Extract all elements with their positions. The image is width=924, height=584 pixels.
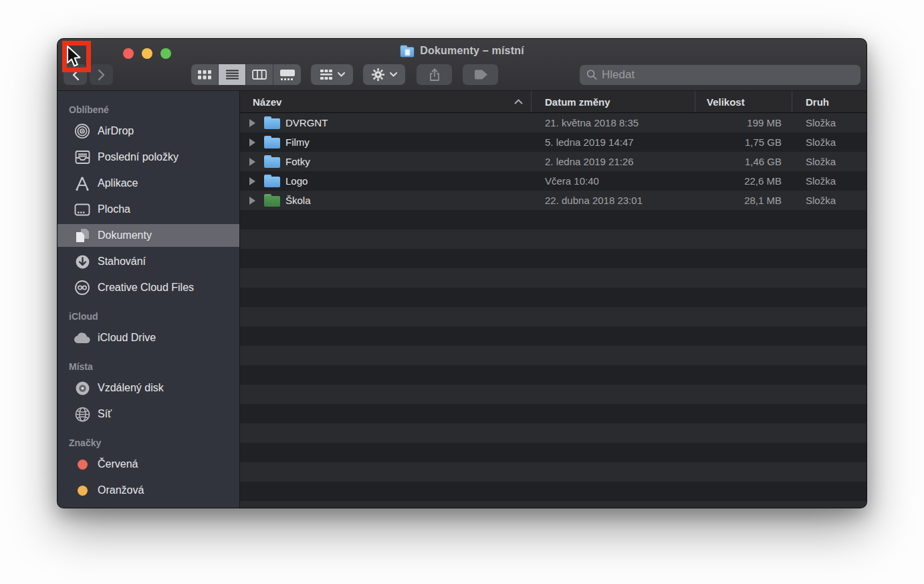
file-date: 2. ledna 2019 21:26: [532, 156, 695, 167]
file-size: 199 MB: [695, 117, 792, 128]
finder-window: Dokumenty – místní: [57, 38, 867, 508]
file-row[interactable]: Škola 22. dubna 2018 23:01 28,1 MB Složk…: [240, 191, 867, 210]
group-by-button[interactable]: [311, 64, 353, 85]
list-view-icon: [226, 70, 239, 80]
disclosure-triangle-icon[interactable]: [249, 119, 255, 127]
column-header-name[interactable]: Název: [240, 91, 532, 112]
sidebar-item-desktop[interactable]: Plocha: [57, 198, 239, 221]
file-kind: Složka: [792, 195, 867, 206]
sidebar-item-label: Oranžová: [98, 484, 144, 496]
file-rows: DVRGNT 21. května 2018 8:35 199 MB Složk…: [240, 113, 867, 508]
sidebar-item-label: Dokumenty: [98, 229, 152, 241]
remote-disk-icon: [74, 379, 91, 397]
share-button[interactable]: [417, 64, 452, 85]
file-name: DVRGNT: [285, 117, 328, 128]
sidebar-item-label: Plocha: [98, 203, 130, 215]
column-header-date[interactable]: Datum změny: [532, 91, 695, 112]
orange-tag-icon: [74, 482, 91, 499]
sidebar-item-tag-orange[interactable]: Oranžová: [57, 479, 239, 502]
close-button[interactable]: [123, 48, 134, 59]
sidebar-item-downloads[interactable]: Stahování: [57, 250, 239, 273]
file-date: 21. května 2018 8:35: [532, 117, 695, 128]
file-size: 28,1 MB: [695, 195, 792, 206]
sidebar-item-network[interactable]: Síť: [57, 403, 239, 425]
gallery-view-icon: [279, 70, 296, 80]
empty-list-stripes[interactable]: [240, 210, 867, 508]
applications-icon: [74, 175, 91, 192]
section-title: iCloud: [57, 306, 239, 326]
column-header-size[interactable]: Velikost: [695, 91, 792, 112]
file-size: 22,6 MB: [695, 175, 792, 187]
file-kind: Složka: [792, 175, 867, 187]
file-row[interactable]: Fotky 2. ledna 2019 21:26 1,46 GB Složka: [240, 152, 867, 171]
disclosure-triangle-icon[interactable]: [249, 138, 255, 147]
minimize-button[interactable]: [142, 48, 152, 59]
file-date: Včera 10:40: [532, 175, 695, 187]
sidebar-item-documents[interactable]: Dokumenty: [57, 224, 239, 247]
disclosure-triangle-icon[interactable]: [249, 197, 255, 205]
cursor-arrow-icon: [66, 45, 82, 68]
sidebar-section-icloud: iCloud iCloud Drive: [57, 306, 239, 349]
icloud-icon: [74, 329, 91, 347]
file-size: 1,46 GB: [695, 156, 792, 167]
sidebar-item-airdrop[interactable]: AirDrop: [57, 120, 239, 142]
sidebar-item-remote-disk[interactable]: Vzdálený disk: [57, 377, 239, 399]
section-title: Značky: [57, 432, 239, 453]
sidebar-item-tag-red[interactable]: Červená: [57, 453, 239, 476]
column-header-kind[interactable]: Druh: [792, 91, 867, 112]
file-list-area: Název Datum změny Velikost Druh: [240, 91, 867, 508]
sidebar-item-icloud-drive[interactable]: iCloud Drive: [57, 326, 239, 349]
file-name: Škola: [285, 195, 311, 206]
column-view-button[interactable]: [246, 64, 273, 85]
blue-folder-icon: [264, 175, 280, 187]
share-icon: [429, 68, 440, 82]
sidebar-section-tags: Značky Červená Oranžová: [57, 432, 239, 502]
red-tag-icon: [74, 456, 91, 473]
action-menu-button[interactable]: [363, 64, 405, 85]
recents-icon: [74, 149, 91, 166]
group-by-icon: [320, 70, 333, 80]
network-icon: [74, 405, 91, 423]
file-row[interactable]: Filmy 5. ledna 2019 14:47 1,75 GB Složka: [240, 132, 867, 152]
gear-icon: [371, 68, 385, 82]
file-kind: Složka: [792, 136, 867, 148]
sidebar-item-label: Poslední položky: [98, 151, 179, 163]
zoom-button[interactable]: [160, 48, 171, 59]
sidebar-item-applications[interactable]: Aplikace: [57, 172, 239, 195]
disclosure-triangle-icon[interactable]: [249, 158, 255, 166]
icon-view-button[interactable]: [191, 64, 219, 85]
gallery-view-button[interactable]: [273, 64, 301, 85]
file-row[interactable]: DVRGNT 21. května 2018 8:35 199 MB Složk…: [240, 113, 867, 132]
search-field[interactable]: [580, 65, 860, 85]
window-title: Dokumenty – místní: [420, 45, 524, 57]
sidebar-item-label: Creative Cloud Files: [98, 282, 194, 294]
toolbar: [57, 62, 867, 91]
downloads-icon: [74, 253, 91, 270]
blue-folder-icon: [264, 155, 280, 168]
file-kind: Složka: [792, 156, 867, 167]
sidebar: Oblíbené AirDrop: [57, 91, 240, 508]
window-chrome: Dokumenty – místní: [57, 39, 867, 91]
file-date: 5. ledna 2019 14:47: [532, 136, 695, 148]
tag-button[interactable]: [463, 64, 498, 85]
forward-button[interactable]: [90, 64, 113, 85]
sidebar-item-creative-cloud[interactable]: Creative Cloud Files: [57, 276, 239, 299]
sidebar-item-label: Vzdálený disk: [98, 382, 164, 394]
column-view-icon: [252, 70, 267, 80]
sidebar-section-favorites: Oblíbené AirDrop: [57, 99, 239, 299]
search-icon: [586, 69, 597, 80]
sidebar-item-label: AirDrop: [98, 125, 134, 137]
search-input[interactable]: [602, 68, 854, 82]
file-name: Filmy: [285, 136, 310, 148]
list-view-button[interactable]: [219, 64, 246, 85]
titlebar[interactable]: Dokumenty – místní: [57, 39, 867, 62]
sidebar-item-label: iCloud Drive: [98, 332, 156, 344]
desktop-icon: [74, 201, 91, 218]
list-header: Název Datum změny Velikost Druh: [240, 91, 867, 113]
disclosure-triangle-icon[interactable]: [249, 177, 255, 185]
icon-view-icon: [198, 70, 211, 80]
sidebar-item-recents[interactable]: Poslední položky: [57, 146, 239, 169]
file-row[interactable]: Logo Včera 10:40 22,6 MB Složka: [240, 171, 867, 191]
sidebar-item-label: Síť: [98, 408, 112, 420]
green-folder-icon: [264, 194, 280, 207]
